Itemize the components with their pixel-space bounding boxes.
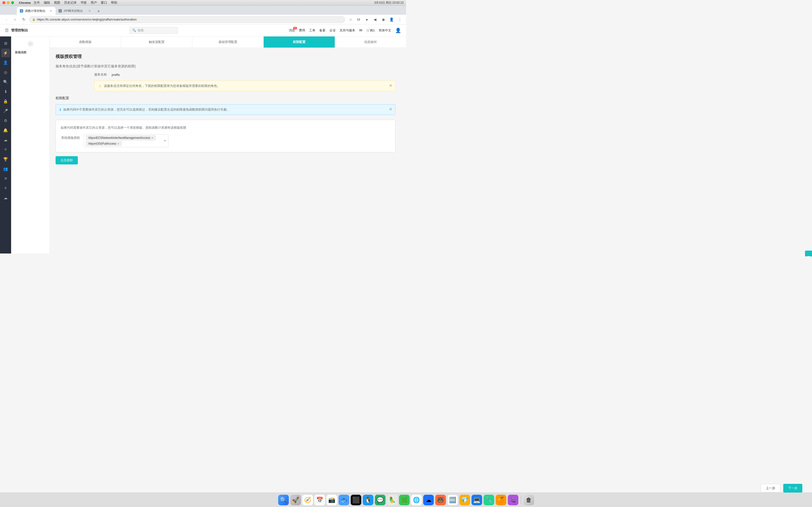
- sidebar-icon-security[interactable]: 🔒: [1, 97, 10, 106]
- step-2[interactable]: 触发器配置: [121, 37, 192, 48]
- nav-language[interactable]: 简体中文: [379, 28, 391, 33]
- steps-bar: 函数模版 触发器配置 基础管理配置 权限配置 信息核对: [50, 37, 406, 48]
- maximize-window-button[interactable]: [11, 1, 14, 4]
- nav-cart[interactable]: 🛒购1: [366, 28, 375, 33]
- lock-icon: 🔒: [32, 18, 36, 21]
- nav-right: ☆ M ● ◀ ◉ 👤 ⋮: [347, 16, 403, 23]
- menu-history[interactable]: 历史记录: [64, 0, 77, 5]
- page-title: 模版授权管理: [56, 54, 400, 59]
- nav-cost[interactable]: 费用: [299, 28, 305, 33]
- tag-label-1: AliyunOSSFullAccess: [88, 142, 116, 145]
- tab-close-1[interactable]: ✕: [88, 9, 91, 13]
- search-placeholder: 搜索: [138, 28, 144, 33]
- traffic-lights: [2, 1, 14, 4]
- menu-bookmarks[interactable]: 书签: [81, 0, 87, 5]
- tag-0[interactable]: AliyunECSNetworkInterfaceManagementAcces…: [86, 135, 156, 140]
- sidebar-icon-cloud[interactable]: ☁: [1, 135, 10, 144]
- tab-close-0[interactable]: ✕: [49, 9, 53, 13]
- nav-avatar[interactable]: 👤: [395, 27, 401, 33]
- menu-button[interactable]: ⋮: [396, 16, 403, 23]
- config-box-content: 如果代码需要操作其它的云资源，您可以选择一个系统模版、授权函数计算拥有该模版权限…: [56, 120, 395, 152]
- ext1-button[interactable]: ●: [363, 16, 370, 23]
- warning-text: 该服务还没有绑定任何角色，下面的权限配置将为您准备模版所需要的权限的角色。: [104, 84, 391, 88]
- perm-section-title: 权限配置: [56, 96, 400, 101]
- authorize-button[interactable]: 点击授权: [56, 156, 78, 164]
- sidebar-icon-grid[interactable]: ⊞: [1, 39, 10, 48]
- sidebar-icon-bell[interactable]: 🔔: [1, 126, 10, 134]
- dropdown-arrow-icon: ▼: [164, 139, 166, 142]
- hamburger-icon[interactable]: ☰: [5, 28, 9, 33]
- notification-badge: 6: [293, 27, 297, 30]
- new-tab-button[interactable]: +: [95, 8, 102, 15]
- alert-close-2[interactable]: ✕: [389, 107, 392, 111]
- sidebar-icon-cloud2[interactable]: ☁: [1, 193, 10, 202]
- tag-remove-1[interactable]: ✕: [117, 142, 119, 145]
- service-value: praffa: [112, 73, 120, 76]
- gmail-button[interactable]: M: [355, 16, 362, 23]
- sidebar-icon-team[interactable]: 👥: [1, 164, 10, 173]
- app-logo: 管理控制台: [11, 28, 28, 33]
- star-button[interactable]: ☆: [347, 16, 354, 23]
- menu-view[interactable]: 视图: [54, 0, 60, 5]
- main-content: 函数模版 触发器配置 基础管理配置 权限配置 信息核对 模版授权管理 服务角色信…: [50, 37, 406, 253]
- sidebar-icon-monitor[interactable]: ◎: [1, 68, 10, 76]
- title-bar-right: 3月10日 周日 23:02:13: [374, 1, 404, 5]
- nav-message[interactable]: 消息 6: [289, 28, 295, 33]
- profile-button[interactable]: 👤: [388, 16, 395, 23]
- collapse-button[interactable]: ‹: [28, 41, 33, 47]
- step-5[interactable]: 信息核对: [335, 37, 406, 48]
- menu-window[interactable]: 窗口: [101, 0, 107, 5]
- info-alert: ℹ 如果代码中不需要操作其它的云资源，您完全可以选择跳过，否则建议配置合适的权限…: [56, 104, 395, 115]
- tab-bar: ⚡ 函数计算控制台 ✕ 🔗 API网关控制台 ✕ +: [0, 6, 406, 15]
- nav-bar: ‹ › ↻ 🔒 https://fc.console.aliyun.com/se…: [0, 15, 406, 24]
- menu-help[interactable]: 帮助: [111, 0, 117, 5]
- sidebar-icon-search[interactable]: 🔍: [1, 77, 10, 86]
- ext2-button[interactable]: ◀: [372, 16, 378, 23]
- header-nav: 消息 6 费用 工单 备案 企业 支持与服务 ✉ 🛒购1 简体中文 👤: [289, 27, 401, 33]
- search-box[interactable]: 🔍 搜索: [130, 27, 178, 34]
- info-icon: ℹ: [60, 108, 61, 112]
- warning-icon: ⚠: [98, 84, 101, 88]
- forward-button[interactable]: ›: [12, 16, 18, 23]
- sidebar-icon-trophy[interactable]: 🏆: [1, 155, 10, 163]
- address-bar[interactable]: 🔒 https://fc.console.aliyun.com/service/…: [29, 16, 345, 23]
- nav-email[interactable]: ✉: [359, 28, 362, 33]
- sidebar-icon-list[interactable]: ≡: [1, 145, 10, 154]
- title-bar-left: Chrome 文件 编辑 视图 历史记录 书签 用户 窗口 帮助: [2, 0, 117, 5]
- nav-filing[interactable]: 备案: [319, 28, 325, 33]
- tag-1[interactable]: AliyunOSSFullAccess ✕: [86, 141, 121, 146]
- sidebar-icon-functions[interactable]: ⚡: [1, 49, 10, 57]
- nav-support[interactable]: 支持与服务: [340, 28, 355, 33]
- sidebar-icon-user[interactable]: 👤: [1, 58, 10, 67]
- sidebar-icon-menu2[interactable]: ≡: [1, 184, 10, 192]
- tab-favicon-0: ⚡: [20, 9, 23, 12]
- nav-ticket[interactable]: 工单: [309, 28, 315, 33]
- menu-user[interactable]: 用户: [91, 0, 97, 5]
- sidebar-icon-download[interactable]: ⬇: [1, 87, 10, 96]
- tab-favicon-1: 🔗: [58, 9, 62, 12]
- ext3-button[interactable]: ◉: [380, 16, 387, 23]
- step-3[interactable]: 基础管理配置: [192, 37, 264, 48]
- minimize-window-button[interactable]: [7, 1, 10, 4]
- alert-close-1[interactable]: ✕: [389, 84, 392, 88]
- menu-edit[interactable]: 编辑: [44, 0, 50, 5]
- sidebar-icon-settings[interactable]: ⚙: [1, 116, 10, 125]
- nav-enterprise[interactable]: 企业: [329, 28, 336, 33]
- sidebar-icon-mic[interactable]: 🎤: [1, 107, 10, 115]
- step-4[interactable]: 权限配置: [264, 37, 335, 48]
- menu-file[interactable]: 文件: [34, 0, 40, 5]
- tag-remove-0[interactable]: ✕: [151, 136, 153, 139]
- sidebar-icon-close[interactable]: ✕: [1, 174, 10, 183]
- tag-select[interactable]: AliyunECSNetworkInterfaceManagementAcces…: [84, 134, 168, 147]
- reload-button[interactable]: ↻: [20, 16, 27, 23]
- step-1[interactable]: 函数模版: [50, 37, 121, 48]
- service-info: 服务名称 praffa: [94, 72, 400, 77]
- main-layout: ⊞ ⚡ 👤 ◎ 🔍 ⬇ 🔒 🎤 ⚙ 🔔 ☁ ≡ 🏆 👥 ✕ ≡ ☁ ‹ 新建函数…: [0, 37, 406, 253]
- tab-title-1: API网关控制台: [64, 9, 86, 13]
- back-button[interactable]: ‹: [3, 16, 10, 23]
- tab-1[interactable]: 🔗 API网关控制台 ✕: [56, 7, 94, 15]
- tab-0[interactable]: ⚡ 函数计算控制台 ✕: [17, 7, 56, 15]
- close-window-button[interactable]: [2, 1, 5, 4]
- menu-bar: 文件 编辑 视图 历史记录 书签 用户 窗口 帮助: [34, 0, 117, 5]
- config-description: 如果代码需要操作其它的云资源，您可以选择一个系统模版、授权函数计算拥有该模版权限: [61, 125, 390, 130]
